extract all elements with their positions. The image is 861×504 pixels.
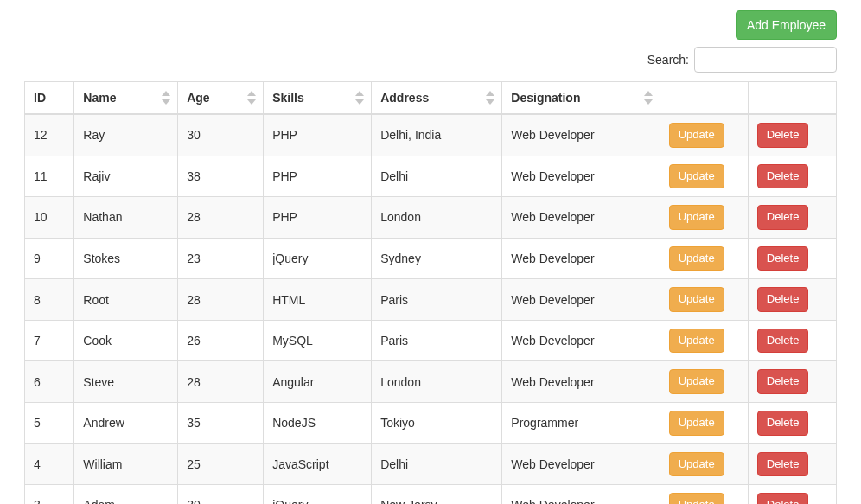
column-header-skills[interactable]: Skills: [264, 82, 372, 115]
column-header-id[interactable]: ID: [25, 82, 74, 115]
cell-designation: Web Developer: [502, 443, 660, 485]
sort-icon: [162, 91, 170, 105]
cell-skills: jQuery: [264, 485, 372, 504]
cell-update: Update: [660, 402, 748, 443]
cell-age: 35: [178, 402, 264, 443]
update-button[interactable]: Update: [669, 164, 724, 189]
cell-name: Steve: [74, 361, 178, 403]
add-employee-button[interactable]: Add Employee: [736, 10, 837, 40]
cell-address: Delhi: [372, 443, 502, 485]
cell-name: William: [74, 443, 178, 485]
table-row: 9Stokes23jQuerySydneyWeb DeveloperUpdate…: [25, 238, 837, 279]
table-row: 3Adam30jQueryNew JersyWeb DeveloperUpdat…: [25, 485, 837, 504]
cell-designation: Web Developer: [502, 279, 660, 321]
cell-age: 23: [178, 238, 264, 279]
column-header-name[interactable]: Name: [74, 82, 178, 115]
column-header-label: Skills: [272, 91, 304, 105]
cell-address: Sydney: [372, 238, 502, 279]
delete-button[interactable]: Delete: [757, 246, 809, 271]
cell-age: 30: [178, 485, 264, 504]
cell-delete: Delete: [748, 485, 836, 504]
cell-skills: PHP: [264, 156, 372, 197]
sort-icon: [355, 91, 364, 105]
cell-name: Rajiv: [74, 156, 178, 197]
update-button[interactable]: Update: [669, 452, 724, 477]
cell-skills: jQuery: [264, 238, 372, 279]
update-button[interactable]: Update: [669, 411, 724, 436]
cell-id: 5: [25, 402, 74, 443]
update-button[interactable]: Update: [669, 205, 724, 230]
cell-delete: Delete: [748, 443, 836, 485]
update-button[interactable]: Update: [669, 246, 724, 271]
update-button[interactable]: Update: [669, 287, 724, 312]
cell-update: Update: [660, 156, 748, 197]
cell-designation: Web Developer: [502, 238, 660, 279]
column-header-label: Designation: [511, 91, 580, 105]
cell-skills: PHP: [264, 114, 372, 156]
cell-address: Delhi: [372, 156, 502, 197]
delete-button[interactable]: Delete: [757, 205, 809, 230]
cell-id: 6: [25, 361, 74, 403]
cell-update: Update: [660, 443, 748, 485]
cell-age: 25: [178, 443, 264, 485]
cell-update: Update: [660, 485, 748, 504]
cell-id: 4: [25, 443, 74, 485]
cell-address: Delhi, India: [372, 114, 502, 156]
cell-skills: HTML: [264, 279, 372, 321]
table-row: 5Andrew35NodeJSTokiyoProgrammerUpdateDel…: [25, 402, 837, 443]
cell-update: Update: [660, 279, 748, 321]
column-header-label: Name: [83, 91, 116, 105]
cell-name: Nathan: [74, 197, 178, 239]
update-button[interactable]: Update: [669, 369, 724, 394]
column-header-designation[interactable]: Designation: [502, 82, 660, 115]
cell-delete: Delete: [748, 279, 836, 321]
cell-update: Update: [660, 114, 748, 156]
cell-address: London: [372, 197, 502, 239]
table-row: 11Rajiv38PHPDelhiWeb DeveloperUpdateDele…: [25, 156, 837, 197]
cell-name: Root: [74, 279, 178, 321]
cell-skills: NodeJS: [264, 402, 372, 443]
delete-button[interactable]: Delete: [757, 164, 809, 189]
cell-id: 11: [25, 156, 74, 197]
cell-delete: Delete: [748, 197, 836, 239]
sort-icon: [247, 91, 256, 105]
update-button[interactable]: Update: [669, 123, 724, 148]
column-header-address[interactable]: Address: [372, 82, 502, 115]
column-header-label: Age: [187, 91, 209, 105]
cell-id: 7: [25, 320, 74, 361]
delete-button[interactable]: Delete: [757, 329, 809, 354]
column-header-actions-2: [748, 82, 836, 115]
delete-button[interactable]: Delete: [757, 287, 809, 312]
table-row: 10Nathan28PHPLondonWeb DeveloperUpdateDe…: [25, 197, 837, 239]
column-header-label: ID: [34, 91, 46, 105]
update-button[interactable]: Update: [669, 329, 724, 354]
cell-address: Paris: [372, 279, 502, 321]
cell-id: 8: [25, 279, 74, 321]
search-input[interactable]: [694, 47, 837, 73]
column-header-age[interactable]: Age: [178, 82, 264, 115]
column-header-actions-1: [660, 82, 748, 115]
sort-icon: [486, 91, 494, 105]
table-row: 7Cook26MySQLParisWeb DeveloperUpdateDele…: [25, 320, 837, 361]
cell-address: New Jersy: [372, 485, 502, 504]
cell-delete: Delete: [748, 402, 836, 443]
cell-designation: Web Developer: [502, 156, 660, 197]
cell-skills: PHP: [264, 197, 372, 239]
cell-name: Cook: [74, 320, 178, 361]
delete-button[interactable]: Delete: [757, 369, 809, 394]
cell-designation: Programmer: [502, 402, 660, 443]
cell-address: London: [372, 361, 502, 403]
cell-designation: Web Developer: [502, 485, 660, 504]
delete-button[interactable]: Delete: [757, 123, 809, 148]
search-label: Search:: [647, 53, 689, 67]
cell-age: 38: [178, 156, 264, 197]
cell-designation: Web Developer: [502, 197, 660, 239]
cell-update: Update: [660, 238, 748, 279]
delete-button[interactable]: Delete: [757, 411, 809, 436]
update-button[interactable]: Update: [669, 493, 724, 504]
delete-button[interactable]: Delete: [757, 452, 809, 477]
cell-skills: JavaScript: [264, 443, 372, 485]
cell-age: 28: [178, 197, 264, 239]
delete-button[interactable]: Delete: [757, 493, 809, 504]
cell-update: Update: [660, 320, 748, 361]
